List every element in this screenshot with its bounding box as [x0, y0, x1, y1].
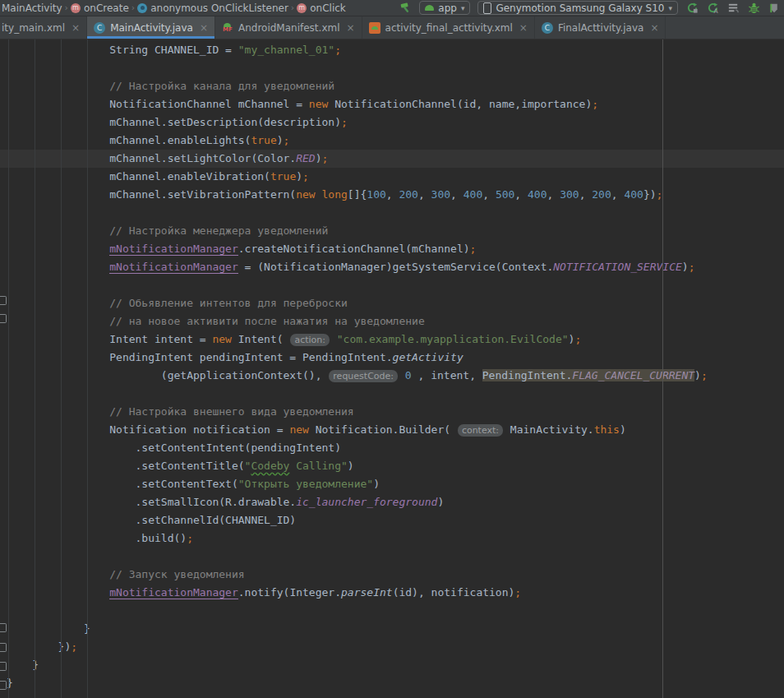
- code-token: 200: [592, 188, 611, 201]
- tab-finalacttivity-java[interactable]: C FinalActtivity.java ×: [535, 16, 666, 39]
- code-token: // на новое активити после нажатия на ув…: [7, 315, 425, 327]
- breadcrumb-label: MainActivity: [2, 2, 62, 14]
- code-line[interactable]: mChannel.setVibrationPattern(new long[]{…: [7, 186, 784, 204]
- code-token: PendingIntent pendingIntent = PendingInt…: [7, 351, 393, 363]
- breadcrumb-oncreate[interactable]: m onCreate: [71, 2, 129, 14]
- tab-activity-final-acttivity-xml[interactable]: activity_final_acttivity.xml ×: [362, 16, 535, 39]
- code-line[interactable]: // Настройка внешнего вида уведомления: [7, 403, 784, 421]
- breadcrumb-anonymous-onclicklistener[interactable]: anonymous OnClickListener: [137, 2, 288, 14]
- apply-changes-icon[interactable]: [685, 2, 699, 15]
- chevron-right-icon: ›: [131, 2, 135, 13]
- code-token: }: [7, 622, 90, 635]
- code-token: (getApplicationContext(),: [7, 369, 328, 381]
- code-line[interactable]: // Настройка канала для уведомлений: [7, 77, 784, 95]
- code-line[interactable]: [7, 204, 784, 222]
- code-line[interactable]: .setSmallIcon(R.drawable.ic_launcher_for…: [7, 493, 784, 511]
- close-icon[interactable]: ×: [650, 22, 658, 34]
- close-icon[interactable]: ×: [519, 22, 528, 34]
- close-icon[interactable]: ×: [71, 22, 80, 34]
- build-hammer-icon[interactable]: [399, 2, 412, 15]
- code-line[interactable]: mChannel.enableLights(true);: [7, 132, 784, 150]
- code-area[interactable]: String CHANNEL_ID = "my_channel_01"; // …: [0, 39, 784, 698]
- code-line[interactable]: [7, 548, 784, 566]
- code-line[interactable]: String CHANNEL_ID = "my_channel_01";: [7, 41, 784, 59]
- code-token: [7, 261, 109, 273]
- chevron-down-icon: ▾: [461, 4, 465, 12]
- code-token: new: [296, 188, 315, 201]
- code-line[interactable]: mNotificationManager = (NotificationMana…: [7, 258, 784, 276]
- code-token: ;: [284, 134, 290, 146]
- code-line[interactable]: [7, 385, 784, 403]
- code-token: .setChannelId(CHANNEL_ID): [7, 514, 296, 526]
- editor[interactable]: String CHANNEL_ID = "my_channel_01"; // …: [0, 39, 784, 698]
- code-line[interactable]: [7, 59, 784, 77]
- code-token: new: [289, 423, 308, 436]
- fold-marker[interactable]: [0, 681, 7, 690]
- code-line[interactable]: .setContentIntent(pendingIntent): [7, 439, 784, 457]
- code-line[interactable]: }: [7, 620, 784, 638]
- tab-androidmanifest-xml[interactable]: MF AndroidManifest.xml ×: [215, 16, 362, 39]
- code-line[interactable]: mChannel.enableVibration(true);: [7, 168, 784, 186]
- code-line[interactable]: // на новое активити после нажатия на ув…: [7, 312, 784, 331]
- tab-activity-main-xml[interactable]: ity_main.xml ×: [0, 16, 87, 39]
- code-token: 300: [431, 188, 450, 201]
- code-line[interactable]: .setContentText("Открыть уведомление"): [7, 475, 784, 493]
- breadcrumb-mainactivity[interactable]: MainActivity: [2, 2, 62, 14]
- code-line[interactable]: Notification notification = new Notifica…: [7, 421, 784, 439]
- code-token: "com.example.myapplication.EvilCode": [337, 333, 569, 345]
- code-line[interactable]: .build();: [7, 529, 784, 548]
- code-token: []{: [348, 188, 367, 201]
- code-line[interactable]: mChannel.setDescription(description);: [7, 113, 784, 132]
- code-token: ;: [689, 261, 695, 273]
- code-line[interactable]: Intent intent = new Intent( action: "com…: [7, 331, 784, 349]
- code-line[interactable]: // Настройка менеджера уведомлений: [7, 222, 784, 240]
- code-token: .createNotificationChannel(mChannel): [238, 243, 470, 255]
- code-token: context:: [458, 424, 503, 437]
- tab-label: MainActivity.java: [110, 22, 193, 34]
- code-line[interactable]: .setContentTitle("Codeby Calling"): [7, 457, 784, 475]
- code-line[interactable]: [7, 276, 784, 294]
- run-configuration-dropdown[interactable]: app ▾: [419, 1, 470, 15]
- code-token: ,: [514, 188, 528, 201]
- attach-debugger-icon[interactable]: [768, 2, 781, 15]
- code-line[interactable]: // Запуск уведомления: [7, 566, 784, 584]
- code-token: ): [437, 496, 444, 508]
- fold-marker[interactable]: [0, 662, 7, 671]
- class-icon: C: [94, 22, 105, 34]
- code-token: "Открыть уведомление": [238, 478, 373, 490]
- code-token: 100: [367, 188, 385, 201]
- code-token: ;: [592, 98, 598, 110]
- code-token: true: [270, 170, 296, 183]
- fold-marker[interactable]: [0, 643, 7, 652]
- code-token: ,: [386, 188, 399, 201]
- code-line[interactable]: mNotificationManager.notify(Integer.pars…: [7, 584, 784, 602]
- close-icon[interactable]: ×: [200, 22, 208, 34]
- code-token: FLAG_CANCEL_CURRENT: [572, 369, 694, 381]
- device-dropdown[interactable]: Genymotion Samsung Galaxy S10 ▾: [477, 1, 678, 15]
- debug-icon[interactable]: [747, 2, 760, 15]
- navigation-bar: MainActivity › m onCreate › anonymous On…: [0, 0, 784, 16]
- code-line[interactable]: .setChannelId(CHANNEL_ID): [7, 511, 784, 529]
- profiler-icon[interactable]: [726, 2, 740, 15]
- tab-label: AndroidManifest.xml: [238, 22, 340, 34]
- code-line[interactable]: mNotificationManager.createNotificationC…: [7, 240, 784, 258]
- code-token: // Запуск уведомления: [7, 568, 245, 580]
- close-icon[interactable]: ×: [347, 22, 355, 34]
- code-token: ): [694, 369, 701, 381]
- code-line[interactable]: });: [7, 638, 784, 656]
- tab-mainactivity-java[interactable]: C MainActivity.java ×: [87, 16, 215, 39]
- code-line[interactable]: // Обьявление интентов для переброски: [7, 294, 784, 312]
- code-line[interactable]: }: [7, 656, 784, 674]
- fold-marker[interactable]: [0, 296, 7, 305]
- fold-marker[interactable]: [0, 623, 7, 632]
- code-line[interactable]: (getApplicationContext(), requestCode: 0…: [7, 367, 784, 385]
- fold-marker[interactable]: [0, 314, 7, 323]
- code-line[interactable]: mChannel.setLightColor(Color.RED);: [0, 150, 784, 168]
- code-line[interactable]: [7, 602, 784, 620]
- code-line[interactable]: NotificationChannel mChannel = new Notif…: [7, 95, 784, 113]
- code-token: ;: [470, 243, 477, 255]
- breadcrumb-onclick[interactable]: m onClick: [297, 2, 346, 14]
- apply-code-changes-icon[interactable]: A: [706, 2, 719, 15]
- code-line[interactable]: }: [7, 674, 784, 692]
- code-line[interactable]: PendingIntent pendingIntent = PendingInt…: [7, 349, 784, 367]
